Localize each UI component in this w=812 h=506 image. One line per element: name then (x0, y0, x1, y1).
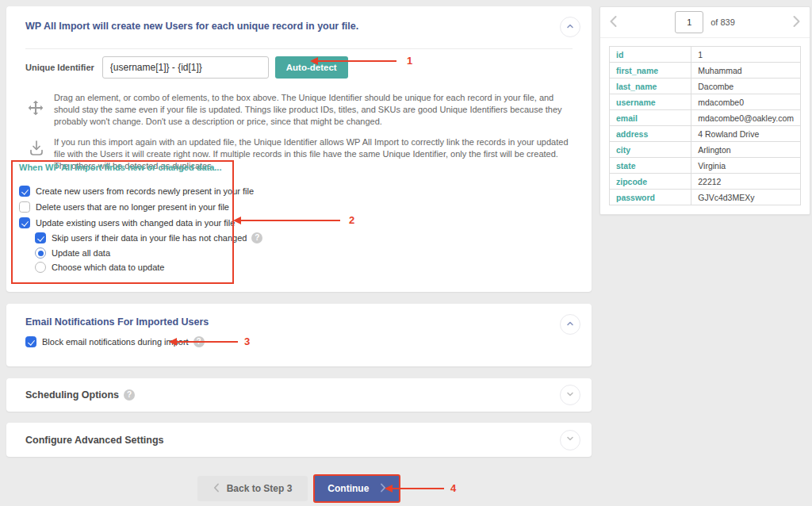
record-navigation: of 839 (600, 7, 810, 38)
checkbox-label: Create new users from records newly pres… (36, 186, 254, 196)
annotation-arrow-2 (240, 220, 340, 221)
drag-note: Drag an element, or combo of elements, t… (54, 92, 571, 128)
table-row: address4 Rowland Drive (610, 126, 801, 142)
field-name: city (610, 142, 691, 158)
table-row: zipcode22212 (610, 174, 801, 190)
move-icon (26, 98, 45, 121)
field-name: address (610, 126, 691, 142)
field-name: last_name (610, 79, 691, 94)
next-record-button[interactable] (792, 15, 801, 30)
field-value: Dacombe (691, 79, 801, 94)
unique-identifier-input[interactable] (102, 56, 269, 79)
checkbox-label: Block email notifications during import (42, 337, 189, 347)
field-value: 1 (691, 47, 801, 63)
field-value: Arlington (691, 142, 801, 158)
table-row: stateVirginia (610, 158, 801, 174)
panel-title-text: Scheduling Options (25, 389, 119, 401)
panel-title-text: Configure Advanced Settings (25, 435, 164, 446)
record-total-label: of 839 (710, 17, 735, 27)
field-value: mdacombe0 (691, 94, 801, 110)
checkbox-checked-icon[interactable] (25, 336, 36, 347)
table-row: cityArlington (610, 142, 801, 158)
advanced-settings-panel[interactable]: Configure Advanced Settings (6, 423, 592, 457)
field-value: GJVc4d3MEXy (691, 190, 801, 205)
download-icon (29, 140, 44, 160)
scheduling-options-panel[interactable]: Scheduling Options (6, 378, 592, 412)
footer-buttons: Back to Step 3 Continue (6, 474, 592, 503)
annotation-arrow-1 (317, 60, 396, 62)
chevron-right-icon (792, 15, 801, 30)
field-value: Virginia (691, 158, 801, 174)
checkbox-skip-unchanged[interactable]: Skip users if their data in your file ha… (35, 232, 262, 243)
field-value: mdacombe0@oakley.com (691, 110, 801, 126)
radio-label: Update all data (52, 248, 110, 258)
new-users-panel: WP All Import will create new Users for … (6, 6, 592, 292)
field-value: 4 Rowland Drive (691, 126, 801, 142)
field-name: password (610, 190, 691, 205)
checkbox-label: Update existing users with changed data … (36, 218, 235, 228)
radio-label: Choose which data to update (52, 263, 165, 272)
checkbox-label: Delete users that are no longer present … (36, 202, 229, 212)
chevron-down-icon (565, 389, 575, 401)
panel-title: Email Notifications For Imported Users (25, 316, 544, 328)
record-fields-table: id1 first_nameMuhammad last_nameDacombe … (609, 46, 801, 205)
expand-panel-button[interactable] (560, 385, 580, 405)
field-name: id (610, 47, 691, 63)
data-handling-heading: When WP All Import finds new or changed … (19, 163, 221, 172)
unique-identifier-label: Unique Identifier (25, 63, 94, 72)
checkbox-checked-icon[interactable] (19, 186, 30, 197)
field-name: first_name (610, 63, 691, 79)
email-notifications-panel: Email Notifications For Imported Users B… (6, 304, 592, 366)
back-button[interactable]: Back to Step 3 (197, 476, 308, 501)
radio-unselected-icon[interactable] (35, 262, 46, 273)
chevron-up-icon (565, 319, 575, 331)
checkbox-checked-icon[interactable] (19, 217, 30, 228)
checkbox-create-new-users[interactable]: Create new users from records newly pres… (19, 186, 254, 197)
checkbox-checked-icon[interactable] (35, 232, 46, 243)
radio-selected-icon[interactable] (35, 247, 46, 259)
table-row: id1 (610, 47, 801, 63)
continue-button-label: Continue (327, 483, 369, 494)
annotation-arrow-4 (392, 488, 444, 489)
table-row: first_nameMuhammad (610, 63, 801, 79)
record-number-input[interactable] (675, 11, 703, 33)
collapse-panel-button[interactable] (560, 314, 580, 335)
unique-identifier-row: Unique Identifier Auto-detect (25, 56, 348, 79)
table-row: usernamemdacombe0 (610, 94, 801, 110)
back-button-label: Back to Step 3 (227, 483, 293, 494)
table-row: passwordGJVc4d3MEXy (610, 190, 801, 205)
checkbox-delete-users[interactable]: Delete users that are no longer present … (19, 201, 229, 213)
divider (25, 48, 573, 49)
annotation-number-4: 4 (450, 482, 456, 494)
checkbox-update-existing[interactable]: Update existing users with changed data … (19, 217, 235, 228)
radio-update-all-data[interactable]: Update all data (35, 247, 110, 259)
field-value: 22212 (691, 174, 801, 190)
chevron-left-icon (213, 483, 220, 495)
checkbox-unchecked-icon[interactable] (19, 201, 30, 213)
annotation-number-3: 3 (244, 335, 250, 347)
panel-title: Scheduling Options (25, 389, 135, 401)
table-row: last_nameDacombe (610, 79, 801, 94)
collapse-panel-button[interactable] (560, 17, 580, 37)
chevron-left-icon (609, 15, 618, 30)
chevron-up-icon (565, 21, 575, 33)
annotation-arrow-3 (176, 341, 238, 343)
previous-record-button[interactable] (609, 15, 618, 30)
annotation-number-1: 1 (407, 55, 412, 67)
expand-panel-button[interactable] (560, 430, 580, 450)
field-name: username (610, 94, 691, 110)
record-position: of 839 (618, 11, 792, 33)
help-icon[interactable] (251, 232, 262, 243)
field-name: email (610, 110, 691, 126)
panel-title: WP All Import will create new Users for … (25, 21, 544, 32)
chevron-down-icon (565, 434, 575, 446)
radio-choose-data[interactable]: Choose which data to update (35, 262, 165, 273)
field-name: state (610, 158, 691, 174)
annotation-number-2: 2 (349, 214, 354, 226)
record-preview-sidebar: of 839 id1 first_nameMuhammad last_nameD… (599, 6, 810, 215)
field-name: zipcode (610, 174, 691, 190)
help-icon[interactable] (124, 389, 135, 401)
table-row: emailmdacombe0@oakley.com (610, 110, 801, 126)
panel-title: Configure Advanced Settings (25, 435, 164, 446)
field-value: Muhammad (691, 63, 801, 79)
